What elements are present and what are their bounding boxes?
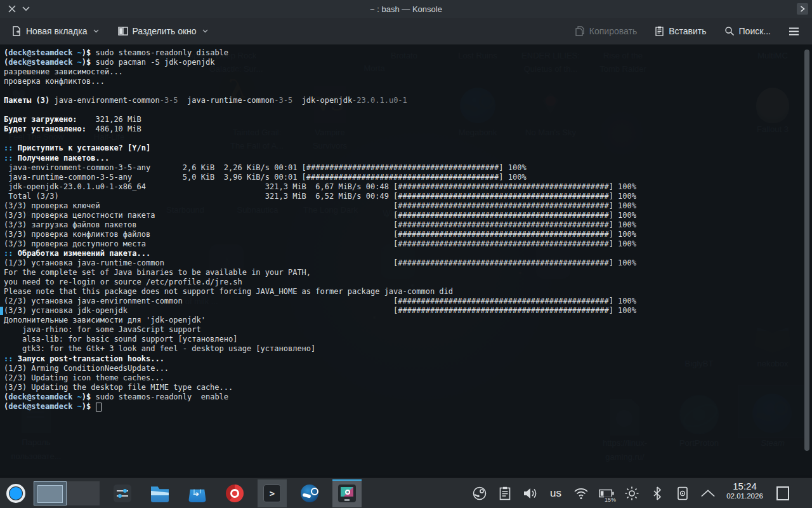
window-titlebar[interactable]: ~ : bash — Konsole bbox=[0, 0, 812, 18]
terminal-line: :: Обработка изменений пакета... bbox=[4, 249, 636, 258]
terminal-line: разрешение зависимостей... bbox=[4, 67, 636, 77]
clock-time: 15:24 bbox=[722, 481, 768, 491]
terminal-line: (3/3) проверка конфликтов файлов [######… bbox=[4, 230, 636, 239]
taskbar-panel: > us 15% bbox=[0, 478, 812, 508]
chevron-down-icon bbox=[202, 29, 208, 33]
tray-expand[interactable] bbox=[700, 486, 716, 501]
terminal-line: (2/3) Updating icon theme caches... bbox=[4, 373, 636, 383]
tray-keyboard-layout[interactable]: us bbox=[548, 486, 563, 501]
keyboard-layout-label: us bbox=[550, 487, 561, 500]
terminal-line: (3/3) проверка ключей [#################… bbox=[4, 201, 636, 211]
terminal-line: gtk3: for the Gtk+ 3 look and feel - des… bbox=[4, 344, 636, 354]
terminal-line bbox=[4, 86, 636, 96]
search-icon bbox=[724, 26, 735, 36]
konsole-window: ~ : bash — Konsole Новая вкладка Раздели… bbox=[0, 0, 812, 475]
pager-desktop-2[interactable] bbox=[67, 481, 100, 505]
new-tab-label: Новая вкладка bbox=[26, 26, 88, 36]
bluetooth-icon bbox=[653, 486, 662, 500]
search-label: Поиск... bbox=[739, 26, 771, 36]
paste-icon bbox=[655, 26, 664, 36]
task-file-manager[interactable] bbox=[145, 479, 174, 507]
task-discover[interactable] bbox=[183, 479, 212, 507]
task-browser[interactable] bbox=[220, 479, 249, 507]
terminal-line: (deck@steamdeck ~)$ sudo steamos-readonl… bbox=[4, 392, 636, 402]
terminal-line: проверка конфликтов... bbox=[4, 77, 636, 86]
new-tab-button[interactable]: Новая вкладка bbox=[5, 22, 105, 40]
pager-desktop-1[interactable] bbox=[34, 481, 67, 505]
digital-clock[interactable]: 15:24 02.01.2026 bbox=[722, 481, 768, 500]
terminal-line: java-runtime-common-3-5-any 5,0 KiB 3,96… bbox=[4, 173, 636, 182]
browser-icon bbox=[226, 485, 244, 502]
spectacle-screenshot-icon bbox=[338, 485, 356, 502]
terminal-line: :: Получение пакетов... bbox=[4, 154, 636, 163]
steam-tray-icon bbox=[473, 486, 487, 500]
terminal-line: you need to re-login or source /etc/prof… bbox=[4, 277, 636, 287]
new-tab-icon bbox=[11, 26, 22, 36]
desktop-root: Core KeeperDeep RockGalactic: Sur...Mort… bbox=[0, 0, 812, 508]
split-window-button[interactable]: Разделить окно bbox=[112, 22, 214, 40]
clipboard-icon bbox=[499, 486, 511, 500]
terminal-line: :: Приступить к установке? [Y/n] bbox=[4, 144, 636, 153]
task-konsole[interactable]: > bbox=[258, 479, 287, 507]
terminal-line: (1/3) установка java-runtime-common [###… bbox=[4, 258, 636, 268]
terminal-scrollbar[interactable] bbox=[804, 50, 809, 451]
task-steam[interactable] bbox=[295, 479, 324, 507]
tray-volume[interactable] bbox=[523, 486, 538, 501]
battery-percent-label: 15% bbox=[604, 497, 617, 503]
konsole-icon: > bbox=[263, 485, 281, 502]
copy-icon bbox=[575, 26, 585, 36]
phone-gear-icon bbox=[677, 486, 688, 500]
terminal-line: Total (3/3) 321,3 MiB 6,52 MiB/s 00:49 [… bbox=[4, 192, 636, 201]
tray-steam[interactable] bbox=[472, 486, 487, 501]
terminal-view[interactable]: (deck@steamdeck ~)$ sudo steamos-readonl… bbox=[0, 44, 812, 475]
menu-button[interactable] bbox=[782, 23, 806, 39]
steam-icon bbox=[301, 485, 318, 502]
speaker-icon bbox=[523, 486, 538, 500]
tray-bluetooth[interactable] bbox=[650, 486, 665, 501]
tray-wifi[interactable] bbox=[573, 486, 589, 501]
terminal-line: (deck@steamdeck ~)$ bbox=[4, 402, 636, 411]
split-window-label: Разделить окно bbox=[133, 26, 197, 36]
terminal-line: (3/3) проверка доступного места [#######… bbox=[4, 239, 636, 249]
terminal-line: Будет загружено: 321,26 MiB bbox=[4, 115, 636, 124]
window-title: ~ : bash — Konsole bbox=[0, 4, 812, 14]
terminal-line: jdk-openjdk-23.0.1.u0-1-x86_64 321,3 MiB… bbox=[4, 182, 636, 192]
terminal-line: Будет установлено: 486,10 MiB bbox=[4, 124, 636, 134]
task-system-settings[interactable] bbox=[108, 479, 137, 507]
chevron-up-icon bbox=[700, 489, 716, 498]
paste-label: Вставить bbox=[669, 26, 706, 36]
pager-window-thumbnail bbox=[37, 485, 63, 503]
terminal-line: java-environment-common-3-5-any 2,6 KiB … bbox=[4, 163, 636, 173]
terminal-line: (3/3) Updating the desktop file MIME typ… bbox=[4, 383, 636, 392]
application-launcher-button[interactable] bbox=[6, 484, 25, 503]
chevron-right-icon bbox=[800, 6, 805, 12]
search-button[interactable]: Поиск... bbox=[718, 22, 777, 40]
terminal-output: (deck@steamdeck ~)$ sudo steamos-readonl… bbox=[4, 48, 636, 411]
terminal-line: (deck@steamdeck ~)$ sudo steamos-readonl… bbox=[4, 48, 636, 58]
terminal-line: (1/3) Arming ConditionNeedsUpdate... bbox=[4, 364, 636, 373]
terminal-line: For the complete set of Java binaries to… bbox=[4, 268, 636, 277]
tray-brightness[interactable] bbox=[624, 486, 639, 501]
terminal-line: java-rhino: for some JavaScript support bbox=[4, 325, 636, 335]
system-settings-icon bbox=[114, 485, 131, 502]
chevron-down-icon bbox=[93, 29, 99, 33]
tray-battery[interactable]: 15% bbox=[599, 486, 614, 501]
terminal-line: (3/3) проверка целостности пакета [#####… bbox=[4, 211, 636, 220]
tray-kdeconnect[interactable] bbox=[675, 486, 690, 501]
terminal-line: (2/3) установка java-environment-common … bbox=[4, 297, 636, 306]
discover-bag-icon bbox=[188, 485, 206, 502]
hamburger-menu-icon bbox=[789, 27, 799, 36]
virtual-desktop-pager[interactable] bbox=[34, 481, 100, 505]
terminal-line: alsa-lib: for basic sound support [устан… bbox=[4, 335, 636, 344]
konsole-toolbar: Новая вкладка Разделить окно Копировать … bbox=[0, 18, 812, 45]
titlebar-overflow-button[interactable] bbox=[797, 3, 808, 15]
tray-clipboard[interactable] bbox=[497, 486, 513, 501]
paste-button[interactable]: Вставить bbox=[648, 22, 712, 40]
task-spectacle[interactable] bbox=[332, 479, 362, 507]
terminal-line bbox=[4, 134, 636, 144]
show-desktop-button[interactable] bbox=[776, 486, 789, 500]
terminal-line: (3/3) загрузка файлов пакетов [#########… bbox=[4, 220, 636, 230]
copy-button[interactable]: Копировать bbox=[569, 22, 643, 40]
clock-date: 02.01.2026 bbox=[722, 491, 768, 500]
brightness-sun-icon bbox=[624, 486, 639, 501]
